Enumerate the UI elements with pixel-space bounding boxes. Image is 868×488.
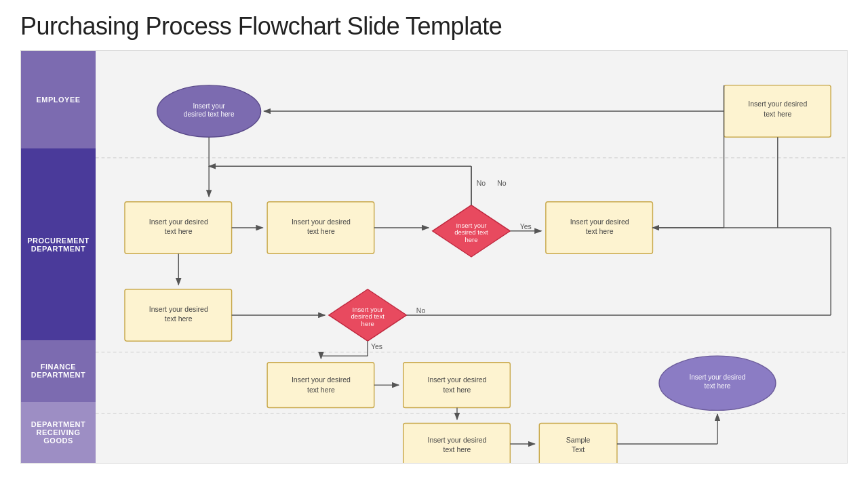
label-no-top: No bbox=[477, 179, 486, 187]
page-container: Purchasing Process Flowchart Slide Templ… bbox=[0, 0, 868, 488]
flowchart-area: EMPLOYEE PROCUREMENT DEPARTMENT FINANCE … bbox=[20, 50, 848, 464]
label-finance: FINANCE DEPARTMENT bbox=[21, 340, 96, 401]
node-diamond-2-text2: desired text bbox=[351, 312, 384, 320]
node-finance-2-text1: Insert your desired bbox=[428, 375, 487, 384]
node-diamond-2-text3: here bbox=[361, 320, 374, 327]
label-no-1: No bbox=[497, 179, 507, 187]
node-receive-2-text1: Sample bbox=[566, 436, 591, 444]
label-yes-1: Yes bbox=[520, 222, 532, 230]
node-receive-1-text1: Insert your desired bbox=[428, 436, 487, 444]
node-diamond-1-text3: here bbox=[465, 236, 477, 243]
node-proc-4-text1: Insert your desired bbox=[149, 305, 208, 313]
label-receiving: DEPARTMENT RECEIVING GOODS bbox=[21, 402, 96, 463]
label-yes-2: Yes bbox=[371, 342, 382, 350]
node-diamond-1-text2: desired text bbox=[454, 228, 488, 236]
node-finance-2-text2: text here bbox=[443, 386, 471, 394]
label-employee: EMPLOYEE bbox=[21, 51, 96, 148]
node-proc-2-text2: text here bbox=[307, 227, 335, 235]
node-employee-start-text2: desired text here bbox=[184, 110, 235, 118]
labels-column: EMPLOYEE PROCUREMENT DEPARTMENT FINANCE … bbox=[21, 51, 96, 463]
label-procurement: PROCUREMENT DEPARTMENT bbox=[21, 148, 96, 340]
node-finance-1-text1: Insert your desired bbox=[292, 375, 351, 384]
node-proc-2-text1: Insert your desired bbox=[292, 218, 351, 226]
label-no-2: No bbox=[416, 306, 426, 314]
node-diamond-1-text1: Insert your bbox=[456, 222, 487, 229]
node-proc-3-text1: Insert your desired bbox=[570, 218, 629, 226]
node-finance-ellipse-text1: Insert your desired bbox=[689, 373, 745, 381]
node-employee-start-text: Insert your bbox=[193, 102, 225, 110]
node-finance-1-text2: text here bbox=[307, 386, 335, 394]
node-proc-3-text2: text here bbox=[586, 227, 614, 235]
node-employee-end-text2: text here bbox=[764, 110, 791, 118]
diagram-area: Insert your desired text here Insert you… bbox=[96, 51, 847, 463]
node-proc-4-text2: text here bbox=[165, 314, 193, 323]
node-employee-end-text1: Insert your desired bbox=[748, 100, 807, 108]
node-receive-2-text2: Text bbox=[572, 445, 585, 453]
page-title: Purchasing Process Flowchart Slide Templ… bbox=[20, 12, 848, 41]
node-receive-1-text2: text here bbox=[443, 445, 471, 453]
node-proc-1-text1: Insert your desired bbox=[149, 218, 208, 226]
node-finance-ellipse-text2: text here bbox=[704, 382, 730, 390]
flowchart-svg: Insert your desired text here Insert you… bbox=[96, 51, 847, 463]
node-proc-1-text2: text here bbox=[165, 227, 193, 235]
node-diamond-2-text1: Insert your bbox=[353, 306, 384, 313]
